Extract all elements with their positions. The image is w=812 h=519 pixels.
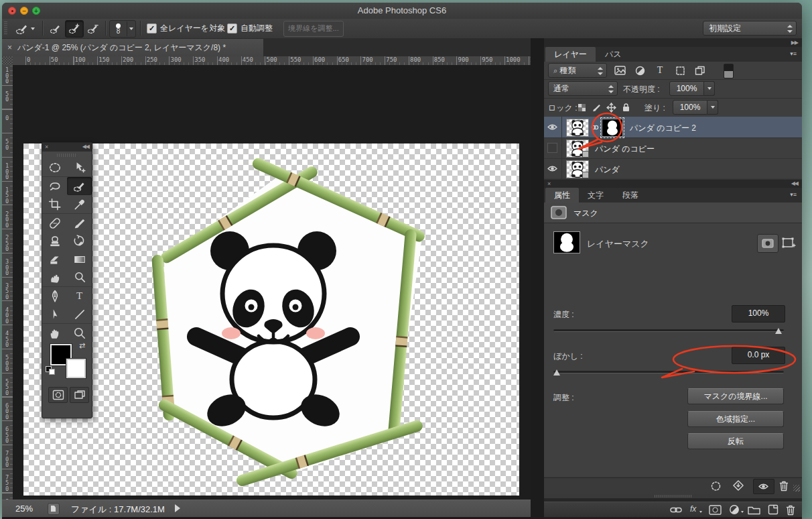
- default-colors-icon[interactable]: [46, 366, 55, 374]
- tab-paragraph[interactable]: 段落: [614, 188, 647, 203]
- add-vector-mask-button[interactable]: [781, 235, 796, 253]
- lock-pixels-brush-icon[interactable]: [590, 100, 603, 115]
- fill-dropdown-button[interactable]: [707, 100, 718, 115]
- mask-edge-button[interactable]: マスクの境界線...: [687, 388, 784, 404]
- filter-type-layers-icon[interactable]: T: [653, 63, 667, 78]
- tool-crop[interactable]: [42, 195, 67, 214]
- layer-mask-thumbnail[interactable]: [602, 119, 623, 137]
- document-preview-icon[interactable]: [48, 503, 60, 515]
- delete-mask-trash-icon[interactable]: [779, 480, 789, 492]
- apply-mask-icon[interactable]: [732, 480, 745, 492]
- tool-dodge[interactable]: [67, 268, 92, 287]
- tool-type[interactable]: T: [67, 287, 92, 305]
- tool-eraser[interactable]: [42, 250, 67, 268]
- tool-smudge[interactable]: [42, 268, 67, 287]
- tool-history-brush[interactable]: [67, 232, 92, 250]
- brush-size-picker[interactable]: 8: [109, 20, 136, 38]
- new-layer-icon[interactable]: [768, 504, 779, 515]
- layer-row-panda[interactable]: パンダ: [544, 158, 802, 180]
- disable-mask-button[interactable]: [753, 479, 774, 494]
- toolbox-grip[interactable]: [42, 153, 92, 157]
- feather-slider[interactable]: [553, 371, 784, 373]
- tool-eyedropper[interactable]: [67, 195, 92, 214]
- visibility-toggle[interactable]: [544, 158, 562, 179]
- options-bar-grip[interactable]: [4, 21, 7, 36]
- close-panel-icon[interactable]: ×: [45, 143, 48, 150]
- quick-selection-tool-preset[interactable]: [11, 20, 39, 38]
- collapse-dock-icon[interactable]: ▶▶: [791, 40, 798, 46]
- layer-name[interactable]: パンダ のコピー 2: [630, 123, 696, 134]
- toolbox-header[interactable]: × ◀◀: [42, 143, 92, 152]
- visibility-toggle[interactable]: [544, 117, 562, 137]
- tool-pen[interactable]: [42, 287, 67, 305]
- feather-value-field[interactable]: 0.0 px: [732, 347, 785, 364]
- horizontal-ruler[interactable]: 0501001502002503003504004505005506006507…: [13, 56, 531, 66]
- tool-lasso[interactable]: [42, 177, 67, 195]
- density-slider[interactable]: [553, 329, 784, 332]
- filter-toggle-switch[interactable]: [724, 64, 734, 78]
- layer-filter-kind-select[interactable]: ⌕ 種類: [548, 63, 607, 78]
- layer-name[interactable]: パンダ のコピー: [595, 143, 655, 155]
- tool-quick-selection[interactable]: [67, 177, 92, 195]
- visibility-toggle[interactable]: [544, 137, 562, 158]
- lock-all-icon[interactable]: [619, 100, 632, 115]
- status-options-arrow-icon[interactable]: [175, 504, 180, 512]
- quick-mask-mode-button[interactable]: [48, 387, 68, 403]
- layer-name[interactable]: パンダ: [595, 164, 620, 176]
- background-color-swatch[interactable]: [66, 359, 86, 378]
- auto-enhance-checkbox[interactable]: ✓ 自動調整: [227, 23, 273, 34]
- tool-spot-healing-brush[interactable]: [42, 214, 67, 232]
- opacity-value-field[interactable]: 100%: [669, 81, 704, 96]
- density-slider-thumb[interactable]: [775, 328, 782, 334]
- load-selection-from-mask-icon[interactable]: [710, 481, 722, 492]
- tab-properties[interactable]: 属性: [545, 188, 579, 203]
- filter-adjustment-layers-icon[interactable]: [632, 63, 647, 78]
- layer-row-panda-copy[interactable]: パンダ のコピー: [544, 137, 802, 159]
- opacity-dropdown-button[interactable]: [704, 81, 715, 96]
- tool-hand[interactable]: [42, 324, 67, 342]
- tool-clone-stamp[interactable]: [42, 232, 67, 250]
- layer-thumbnail[interactable]: [566, 160, 589, 178]
- filter-smart-objects-icon[interactable]: [693, 63, 707, 78]
- tab-paths[interactable]: パス: [596, 47, 630, 62]
- collapse-panel-icon[interactable]: ◀◀: [82, 143, 89, 150]
- workspace-preset-select[interactable]: 初期設定: [703, 21, 797, 36]
- tool-brush[interactable]: [67, 214, 92, 232]
- invert-button[interactable]: 反転: [687, 433, 784, 449]
- subtract-from-selection-mode-button[interactable]: [84, 20, 103, 38]
- blend-mode-select[interactable]: 通常: [548, 81, 618, 96]
- delete-layer-trash-icon[interactable]: [785, 504, 796, 516]
- new-selection-mode-button[interactable]: [46, 20, 65, 38]
- document-tab[interactable]: × パンダ-1 @ 25% (パンダ のコピー 2, レイヤーマスク/8) *: [2, 39, 263, 56]
- link-layers-icon[interactable]: [670, 506, 682, 514]
- panel-resize-grip[interactable]: [793, 485, 800, 492]
- tool-gradient[interactable]: [67, 250, 92, 268]
- layer-thumbnail[interactable]: [566, 119, 589, 137]
- panel-menu-icon[interactable]: ▾≡: [790, 191, 797, 198]
- tab-character[interactable]: 文字: [579, 188, 612, 203]
- new-group-folder-icon[interactable]: [748, 505, 760, 515]
- close-tab-icon[interactable]: ×: [7, 43, 12, 52]
- feather-slider-thumb[interactable]: [553, 369, 560, 376]
- canvas[interactable]: [23, 143, 519, 496]
- tab-layers[interactable]: レイヤー: [545, 47, 596, 62]
- add-to-selection-mode-button[interactable]: [65, 20, 84, 38]
- add-layer-mask-icon[interactable]: [709, 505, 722, 515]
- filter-pixel-layers-icon[interactable]: [612, 63, 627, 78]
- refine-edge-button[interactable]: 境界線を調整...: [283, 21, 344, 37]
- fill-value-field[interactable]: 100%: [673, 100, 707, 115]
- zoom-level-field[interactable]: 25%: [15, 504, 33, 514]
- tool-elliptical-marquee[interactable]: [42, 158, 67, 177]
- sample-all-layers-checkbox[interactable]: ✓ 全レイヤーを対象: [147, 23, 225, 34]
- tool-move[interactable]: [67, 158, 92, 177]
- collapse-panel-icon[interactable]: ◀◀: [791, 180, 798, 186]
- layer-thumbnail[interactable]: [566, 139, 589, 158]
- color-range-button[interactable]: 色域指定...: [687, 411, 784, 427]
- lock-transparency-icon[interactable]: [575, 100, 588, 115]
- layer-style-fx-icon[interactable]: fx: [690, 504, 696, 514]
- screen-mode-button[interactable]: [70, 387, 89, 403]
- tool-zoom[interactable]: [67, 324, 92, 342]
- tool-path-selection[interactable]: [42, 305, 67, 324]
- mask-link-icon[interactable]: [591, 124, 599, 131]
- panel-menu-icon[interactable]: ▾≡: [790, 50, 797, 57]
